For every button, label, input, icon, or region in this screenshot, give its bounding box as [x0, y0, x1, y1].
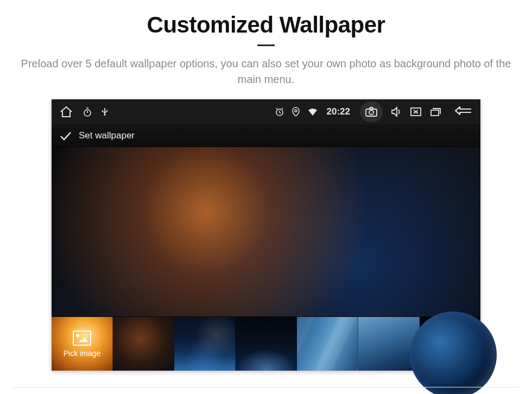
volume-icon[interactable] [390, 106, 402, 117]
recent-apps-icon[interactable] [429, 107, 441, 117]
status-bar: 20:22 [52, 99, 480, 124]
wallpaper-thumb[interactable] [113, 317, 174, 371]
section-divider [13, 387, 519, 387]
status-left-group [59, 105, 108, 118]
wallpaper-thumb[interactable] [420, 317, 480, 371]
set-wallpaper-label: Set wallpaper [79, 130, 135, 141]
clock-text: 20:22 [327, 106, 350, 117]
svg-rect-6 [431, 110, 439, 116]
title-underline [257, 45, 275, 46]
wallpaper-thumbnail-strip: Pick image [52, 316, 480, 371]
status-right-group: 20:22 [275, 101, 473, 122]
image-icon [73, 331, 91, 346]
wallpaper-thumb[interactable] [297, 317, 358, 371]
check-icon [59, 130, 72, 141]
device-screenshot: 20:22 [52, 99, 480, 371]
alarm-icon [275, 107, 284, 117]
location-icon [292, 107, 300, 117]
back-icon[interactable] [454, 106, 473, 117]
home-icon[interactable] [59, 105, 73, 118]
usb-icon [102, 107, 108, 117]
wifi-icon [307, 107, 318, 116]
close-window-icon[interactable] [410, 107, 422, 117]
camera-button[interactable] [360, 101, 383, 122]
svg-point-4 [369, 110, 373, 115]
page-subtitle: Preload over 5 default wallpaper options… [19, 56, 513, 87]
pick-image-button[interactable]: Pick image [52, 317, 113, 371]
timer-icon [83, 107, 92, 117]
pick-image-label: Pick image [64, 349, 100, 358]
wallpaper-preview[interactable] [52, 147, 480, 316]
page-title: Customized Wallpaper [0, 12, 532, 38]
wallpaper-thumb[interactable] [174, 317, 236, 371]
set-wallpaper-row[interactable]: Set wallpaper [52, 124, 480, 147]
wallpaper-thumb[interactable] [236, 317, 297, 371]
svg-point-2 [295, 110, 297, 112]
